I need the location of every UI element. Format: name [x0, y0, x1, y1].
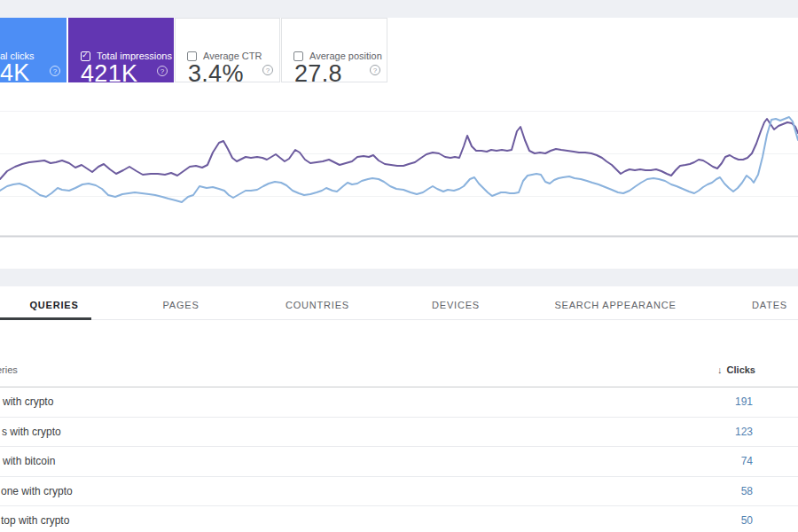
help-icon[interactable]: ? — [157, 66, 168, 76]
table-row[interactable]: with bitcoin 74 — [0, 447, 798, 477]
queries-table-header: eries ↓Clicks — [0, 355, 798, 387]
clicks-value: 74 — [741, 447, 753, 476]
active-tab-underline — [0, 317, 91, 320]
clicks-value: 123 — [735, 418, 753, 447]
dimension-tabs: QUERIES PAGES COUNTRIES DEVICES SEARCH A… — [0, 286, 798, 320]
table-row[interactable]: one with crypto 58 — [0, 477, 798, 507]
table-row[interactable]: s with crypto 123 — [0, 418, 798, 448]
clicks-column-header[interactable]: ↓Clicks — [717, 364, 755, 375]
clicks-value: 50 — [741, 506, 753, 532]
tab-countries[interactable]: COUNTRIES — [286, 300, 349, 310]
page-background-strip — [0, 0, 798, 18]
tab-queries[interactable]: QUERIES — [29, 300, 78, 310]
tab-devices[interactable]: DEVICES — [432, 300, 480, 310]
average-position-value: 27.8 — [294, 60, 342, 88]
help-icon[interactable]: ? — [262, 65, 273, 75]
tab-search-appearance[interactable]: SEARCH APPEARANCE — [554, 300, 676, 310]
metric-card-average-ctr[interactable]: Average CTR 3.4% ? — [175, 18, 280, 82]
clicks-value: 191 — [735, 387, 753, 417]
help-icon[interactable]: ? — [50, 66, 60, 76]
tab-dates[interactable]: DATES — [752, 300, 787, 310]
sort-descending-icon: ↓ — [717, 364, 723, 375]
metric-card-total-clicks[interactable]: al clicks 4K ? — [0, 18, 66, 82]
queries-table: with crypto 191 s with crypto 123 with b… — [0, 387, 798, 532]
top-queries-column-header: eries — [0, 364, 18, 375]
query-text[interactable]: top with crypto — [1, 506, 69, 532]
clicks-value: 58 — [741, 477, 753, 506]
query-text[interactable]: with crypto — [3, 387, 53, 417]
tab-pages[interactable]: PAGES — [162, 300, 199, 310]
table-row[interactable]: with crypto 191 — [0, 387, 798, 418]
metric-card-total-impressions[interactable]: Total impressions 421K ? — [68, 18, 174, 82]
query-text[interactable]: with bitcoin — [3, 447, 55, 476]
help-icon[interactable]: ? — [370, 65, 380, 75]
metric-card-average-position[interactable]: Average position 27.8 ? — [281, 18, 387, 82]
query-text[interactable]: one with crypto — [1, 477, 73, 506]
table-row[interactable]: top with crypto 50 — [0, 506, 798, 532]
average-ctr-value: 3.4% — [188, 60, 244, 88]
query-text[interactable]: s with crypto — [2, 418, 61, 447]
total-impressions-value: 421K — [81, 60, 137, 88]
card-gap-strip — [0, 269, 798, 286]
total-clicks-value: 4K — [0, 59, 30, 82]
